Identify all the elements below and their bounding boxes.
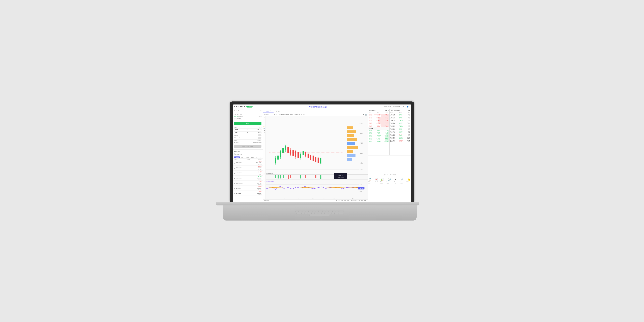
- zoom-tool[interactable]: 🔍: [263, 128, 265, 130]
- log-btn[interactable]: log: [362, 200, 363, 201]
- add-chart-tab-button[interactable]: +: [284, 110, 290, 113]
- settings-tool[interactable]: ⚙: [263, 130, 265, 132]
- module-order-book[interactable]: 📊 Order Book: [380, 178, 384, 184]
- transfers-button[interactable]: Transfers ▾: [392, 106, 401, 108]
- type-value[interactable]: Limit: [259, 126, 262, 128]
- right-panels-top: Order Book + ⚙ ▾ Price Size: [368, 109, 411, 156]
- place-order-button[interactable]: Place Order (Buy): [234, 145, 262, 148]
- filter-fiat[interactable]: Fiat: [240, 156, 244, 158]
- ob-bid-row[interactable]: 29438 0.025 0.025: [368, 130, 390, 132]
- module-order-entry[interactable]: 📋 Order Entry: [368, 178, 372, 184]
- module-your-fills[interactable]: ✓ Your Fills: [394, 178, 398, 184]
- chart-tab-2-close[interactable]: ✕: [280, 110, 281, 112]
- settings-button[interactable]: ⚙: [402, 106, 404, 108]
- interval-selector[interactable]: 0 ▾: [268, 114, 269, 116]
- ob-ask-price: 30050: [368, 124, 372, 126]
- chart-tab-1[interactable]: Chart ✕: [263, 110, 274, 113]
- list-item[interactable]: ☆ BTC/AUD -0.27% A$44,040 15.1305: [233, 160, 263, 166]
- ts-filter-btn[interactable]: ⚙: [409, 110, 410, 111]
- filter-popular[interactable]: Popular: [234, 156, 240, 158]
- draw-tool[interactable]: ✏: [263, 122, 265, 123]
- module-your-orders[interactable]: 📄 Your Orders: [400, 178, 404, 184]
- order-book-title: Order Book: [368, 110, 376, 111]
- ob-bid-row[interactable]: 29380 0.1402 0.5358: [368, 136, 390, 138]
- ob-bid-row[interactable]: 29410 0.1238 0.3058: [368, 133, 390, 135]
- advanced-toggle[interactable]: [258, 137, 262, 139]
- new-tab-btn[interactable]: New Tab: [264, 200, 269, 202]
- ob-ask-row[interactable]: 30260 1.1501 3.5853: [368, 114, 390, 115]
- filter-tabs: Popular Fiat Stable BTC All ★: [233, 156, 263, 159]
- collapse-watchlist-button[interactable]: ▾: [260, 150, 262, 152]
- list-item[interactable]: ☆ XRP/AUD +1.5% A$1.097 151108: [233, 176, 263, 180]
- filter-btc[interactable]: BTC: [250, 156, 254, 158]
- ts-time: 13:49:22: [390, 136, 394, 138]
- ts-add-btn[interactable]: +: [408, 110, 409, 111]
- ob-bid-row[interactable]: 29340 0.3683 0.639: [368, 141, 390, 142]
- ob-ask-row[interactable]: 30180 0.0347 2.1962: [368, 117, 390, 118]
- ob-collapse-btn[interactable]: ▾: [388, 110, 388, 111]
- buy-button[interactable]: Buy: [234, 122, 262, 125]
- chart-type-bar[interactable]: ⊟: [274, 114, 275, 116]
- chart-type-candle[interactable]: 🕯: [271, 114, 273, 116]
- svg-rect-71: [320, 175, 321, 179]
- chart-tab-2[interactable]: Chart ✕: [274, 110, 284, 113]
- list-item[interactable]: ☆ LTC/AUD -2.95% A$138.20 697.77: [233, 186, 263, 191]
- list-item[interactable]: ☆ ETH/AUD -1.26% A$2,787 155,582: [233, 166, 263, 170]
- list-item[interactable]: ☆ USDC/AUD -0.6% A$1.492 65398: [233, 180, 263, 186]
- ob-bid-row[interactable]: 29350 0.009 0.6385: [368, 139, 390, 141]
- price-input-row[interactable]: Price 0 USDT: [234, 128, 262, 131]
- auction-toggle[interactable]: [258, 134, 262, 136]
- time-range-5[interactable]: 1d: [347, 200, 348, 202]
- svg-rect-14: [347, 154, 355, 157]
- ob-ask-row[interactable]: 30160 0.0816 2.1636: [368, 120, 390, 121]
- time-range-3[interactable]: 3m: [341, 200, 343, 202]
- add-tab-btn[interactable]: +: [270, 200, 270, 202]
- filter-stable[interactable]: Stable: [245, 156, 250, 158]
- module-watchlist[interactable]: ⭐ Watchlist: [406, 178, 411, 184]
- list-item[interactable]: ☆ BTC/GBP -0.82% £22,880 1.9290: [233, 191, 263, 196]
- time-range-4[interactable]: 1m: [344, 200, 346, 202]
- pair-selector[interactable]: BTC / USDT ▾: [234, 106, 245, 108]
- chart-tab-1-close[interactable]: ✕: [270, 110, 271, 112]
- size-input-row[interactable]: Size 0 BTC: [234, 131, 262, 134]
- ts-time: 16:27:13: [390, 132, 394, 133]
- list-item[interactable]: ☆ USD/AUD -1.2% A$1.484 114437: [233, 170, 263, 176]
- ob-ask-row[interactable]: 30170 0.018 2.1816: [368, 118, 390, 120]
- filter-all[interactable]: All: [255, 156, 258, 158]
- ob-add-btn[interactable]: +: [385, 110, 386, 111]
- time-range-2[interactable]: 1y: [338, 200, 340, 202]
- ts-column-headers: Time Price Size: [390, 112, 412, 114]
- time-range-1[interactable]: 5y: [336, 200, 337, 202]
- trend-tool[interactable]: /: [263, 119, 265, 121]
- chart-type-line[interactable]: 〰: [276, 114, 277, 116]
- ob-ask-row[interactable]: 30080 0.3116 2.1062: [368, 121, 390, 123]
- timeframe-selector[interactable]: 1d ▾: [264, 114, 266, 116]
- cursor-tool[interactable]: ✛: [263, 117, 265, 118]
- module-time-sales[interactable]: 🕒 Time & Sales: [386, 178, 392, 184]
- search-input[interactable]: [236, 154, 262, 155]
- balances-button[interactable]: Balances ▾: [384, 106, 391, 108]
- user-menu-button[interactable]: 👤 ▾: [406, 106, 410, 108]
- collapse-panel-button[interactable]: ▾: [260, 110, 262, 112]
- ob-bid-row[interactable]: 29440 0.157 0.182: [368, 132, 390, 133]
- measure-tool[interactable]: 📐: [263, 126, 265, 127]
- order-book-module-label: Order Book: [380, 181, 384, 184]
- volume-col: Volume: [258, 159, 262, 160]
- module-chart[interactable]: 📈 Chart: [374, 178, 378, 184]
- text-tool[interactable]: T: [263, 124, 265, 125]
- ob-bid-row[interactable]: 29390 0.3990 0.898: [368, 135, 390, 136]
- eye-tool[interactable]: 👁: [263, 132, 265, 134]
- ob-ask-row[interactable]: 30000 0.554 1.6249: [368, 126, 390, 127]
- add-watchlist-button[interactable]: +: [258, 150, 260, 152]
- ob-ask-row[interactable]: 30220 0.239 1.6282: [368, 115, 390, 117]
- ob-ask-row[interactable]: 30050 0.05 1.6748: [368, 124, 390, 126]
- crosshair-btn[interactable]: ⊕: [363, 114, 364, 116]
- brand-sub: Exchange: [318, 106, 327, 108]
- ob-ask-row[interactable]: 30070 0.0755 1.7506: [368, 123, 390, 124]
- ob-settings-btn[interactable]: ⚙: [386, 110, 388, 111]
- ob-bid-row[interactable]: 29270 0.1137 0.6495: [368, 138, 390, 139]
- add-panel-button[interactable]: +: [258, 110, 260, 112]
- filter-favorites[interactable]: ★: [259, 156, 262, 158]
- auto-btn[interactable]: auto: [364, 200, 366, 201]
- screenshot-btn[interactable]: 📷: [365, 114, 366, 116]
